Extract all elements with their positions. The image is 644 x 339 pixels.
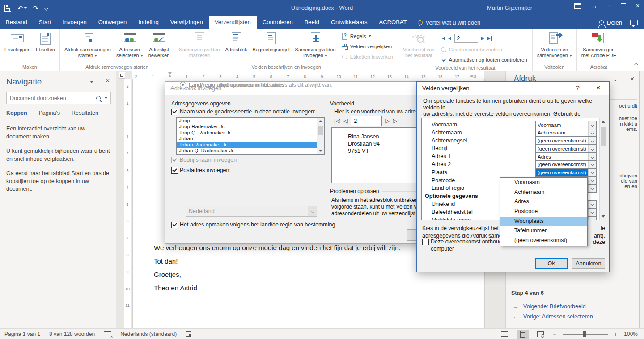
last-record-button[interactable]: ▷| <box>393 118 398 124</box>
zoom-slider-thumb[interactable] <box>583 331 586 337</box>
last-record-button[interactable] <box>487 36 492 41</box>
tab-selector[interactable] <box>119 72 125 79</box>
task-pane-menu-button[interactable] <box>614 80 617 81</box>
navigation-pane-menu-button[interactable] <box>90 81 93 83</box>
dropdown-option[interactable]: Woonplaats <box>500 217 587 226</box>
enveloppen-button[interactable]: Enveloppen <box>2 29 33 53</box>
ribbon-tab[interactable]: Invoegen <box>57 16 93 29</box>
adreslijst-bewerken-button[interactable]: Adreslijst bewerken <box>146 29 173 59</box>
zoom-out-button[interactable]: − <box>553 331 557 338</box>
maximize-button[interactable] <box>621 3 626 8</box>
recipient-name-checkbox[interactable] <box>171 109 178 115</box>
field-list-scrollbar[interactable] <box>599 118 607 220</box>
scroll-down-icon[interactable] <box>602 215 605 218</box>
adressen-selecteren-button[interactable]: Adressen selecteren <box>114 29 146 59</box>
dropdown-option[interactable]: Achternaam <box>500 188 587 197</box>
cancel-button[interactable]: Annuleren <box>572 258 605 269</box>
format-address-checkbox[interactable] <box>171 222 178 228</box>
samenvoegen-adobe-pdf-button[interactable]: Samenvoegen met Adobe PDF <box>579 29 619 59</box>
wizard-previous-link[interactable]: ← Vorige: Adressen selecteren <box>513 313 593 320</box>
navigation-tab[interactable]: Resultaten <box>72 110 98 116</box>
dialog-close-button[interactable]: × <box>596 84 600 92</box>
document-line[interactable]: We verheugen ons enorm op onze mooie dag… <box>154 244 401 257</box>
voltooien-samenvoegen-button[interactable]: Voltooien en samenvoegen <box>534 29 575 59</box>
dialog-title-bar[interactable]: Velden vergelijken ? × <box>417 82 609 95</box>
scroll-down-icon[interactable] <box>319 150 322 152</box>
comments-icon[interactable] <box>630 20 638 25</box>
field-combobox[interactable]: Achternaam <box>535 129 597 137</box>
afdruk-samenvoegen-starten-button[interactable]: Afdruk samenvoegen starten <box>62 29 114 59</box>
task-pane-close-button[interactable]: × <box>630 75 634 83</box>
samenvoegvelden-invoegen-button[interactable]: Samenvoegvelden invoegen <box>292 29 339 59</box>
field-combobox[interactable]: Adres <box>535 153 597 161</box>
word-count[interactable]: 8 van 128 woorden <box>49 331 95 337</box>
macro-recording-icon[interactable] <box>186 331 191 337</box>
chevron-down-icon[interactable] <box>588 177 596 184</box>
ok-button[interactable]: OK <box>535 258 568 269</box>
chevron-down-icon[interactable] <box>105 97 107 99</box>
field-combobox[interactable]: (geen overeenkomst) <box>535 137 597 145</box>
name-format-option[interactable]: Johan Rademaker Jr. <box>177 142 324 148</box>
chevron-down-icon[interactable] <box>588 153 596 160</box>
tell-me-box[interactable]: Vertel wat u wilt doen <box>412 16 486 29</box>
fouten-controleren-button[interactable]: Automatisch op fouten controleren <box>438 54 530 65</box>
velden-vergelijken-button[interactable]: Velden vergelijken <box>339 41 396 51</box>
ribbon-tab[interactable]: Ontwikkelaars <box>325 16 373 29</box>
dropdown-option[interactable]: Voornaam <box>500 178 587 188</box>
field-combobox[interactable]: (geen overeenkomst) <box>535 160 597 168</box>
ribbon-tab[interactable]: Verwijzingen <box>165 16 209 29</box>
chevron-down-icon[interactable] <box>588 169 596 176</box>
print-layout-button[interactable] <box>517 330 529 339</box>
document-search-box[interactable] <box>6 92 111 104</box>
document-line[interactable]: Groetjes, <box>154 271 401 284</box>
read-mode-button[interactable] <box>499 330 511 339</box>
zoom-in-button[interactable]: + <box>614 331 618 338</box>
ribbon-tab[interactable]: Beeld <box>299 16 325 29</box>
field-combobox[interactable]: Voornaam <box>535 121 597 129</box>
chevron-down-icon[interactable] <box>588 145 596 152</box>
name-format-option[interactable]: Joop Rademaker Jr. <box>177 124 324 130</box>
scroll-up-icon[interactable] <box>602 121 605 123</box>
help-button[interactable]: ? <box>576 84 580 92</box>
chevron-down-icon[interactable] <box>588 185 596 192</box>
postal-address-checkbox[interactable] <box>171 167 178 174</box>
share-button[interactable]: Delen <box>599 19 622 26</box>
name-format-option[interactable]: Johan <box>177 136 324 142</box>
field-combobox[interactable]: (geen overeenkomst) <box>535 168 597 176</box>
ribbon-tab[interactable]: ACROBAT <box>373 16 413 29</box>
listbox-scrollbar[interactable] <box>317 118 324 154</box>
chevron-down-icon[interactable] <box>588 217 596 220</box>
chevron-down-icon[interactable] <box>588 209 596 216</box>
first-record-button[interactable]: |◁ <box>334 118 340 124</box>
document-line[interactable]: Theo en Astrid <box>154 284 401 297</box>
regels-button[interactable]: ? Regels <box>339 31 396 41</box>
zoom-level[interactable]: 100% <box>624 331 638 337</box>
right-indent-marker[interactable] <box>470 75 473 77</box>
scroll-up-icon[interactable] <box>319 120 322 122</box>
language-status[interactable]: Nederlands (standaard) <box>120 331 177 337</box>
remember-matching-checkbox[interactable] <box>422 239 429 245</box>
preview-record-input[interactable] <box>351 116 382 126</box>
ribbon-tab[interactable]: Verzendlijsten <box>209 16 257 29</box>
search-icon[interactable] <box>96 96 101 100</box>
ribbon-tab[interactable]: Ontwerpen <box>93 16 133 29</box>
navigation-pane-close-button[interactable]: × <box>106 77 110 85</box>
dropdown-option[interactable]: Adres <box>500 197 587 207</box>
name-format-listbox[interactable]: JoopJoop Rademaker Jr.Joop Q. Rademaker … <box>176 117 325 155</box>
resize-arrows-icon[interactable]: ↔ <box>591 3 597 9</box>
ribbon-tab[interactable]: Start <box>33 16 57 29</box>
navigation-tab[interactable]: Pagina's <box>39 110 60 116</box>
task-pane-scrollbar[interactable] <box>640 71 644 328</box>
etiketten-button[interactable]: Etiketten <box>33 29 58 53</box>
scrollbar-thumb[interactable] <box>318 126 323 135</box>
next-record-button[interactable] <box>481 37 484 40</box>
navigation-tab[interactable]: Koppen <box>6 110 27 116</box>
first-line-indent-marker[interactable] <box>168 72 172 75</box>
next-record-button[interactable]: ▷ <box>385 118 390 124</box>
dropdown-option[interactable]: Tafelnummer <box>500 226 587 236</box>
chevron-down-icon[interactable] <box>588 129 596 136</box>
hanging-indent-marker[interactable] <box>168 75 172 77</box>
scrollbar-thumb[interactable] <box>601 127 606 146</box>
name-format-option[interactable]: Johan Q. Rademaker Jr. <box>177 148 324 154</box>
ribbon-tab[interactable]: Indeling <box>132 16 165 29</box>
